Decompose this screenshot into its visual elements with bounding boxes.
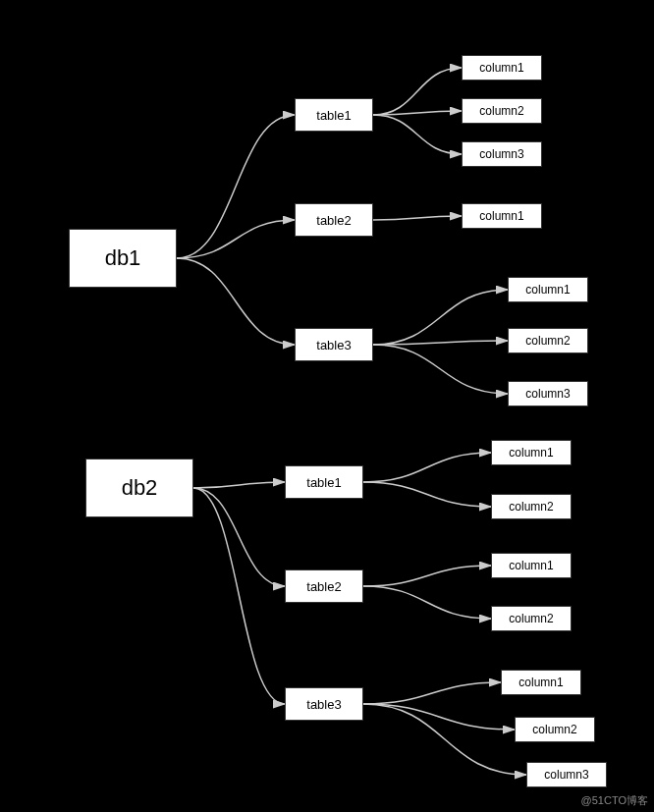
column-node-db1-table3-column3: column3 [508, 381, 588, 406]
column-node-db2-table3-column3: column3 [526, 762, 607, 787]
db-node-db1: db1 [69, 229, 177, 288]
column-node-db1-table3-column2: column2 [508, 328, 588, 353]
watermark: @51CTO博客 [581, 793, 648, 808]
column-node-db2-table2-column2: column2 [491, 606, 572, 631]
table-node-db1-table1: table1 [295, 98, 373, 132]
db-node-db2: db2 [85, 459, 193, 517]
column-node-db1-table2-column1: column1 [462, 203, 542, 229]
table-node-db1-table2: table2 [295, 203, 373, 237]
column-node-db1-table1-column3: column3 [462, 141, 542, 167]
table-node-db2-table2: table2 [285, 569, 363, 603]
column-node-db2-table3-column1: column1 [501, 670, 581, 695]
column-node-db2-table2-column1: column1 [491, 553, 572, 578]
table-node-db2-table3: table3 [285, 687, 363, 721]
column-node-db1-table3-column1: column1 [508, 277, 588, 302]
column-node-db1-table1-column2: column2 [462, 98, 542, 124]
table-node-db1-table3: table3 [295, 328, 373, 361]
column-node-db2-table3-column2: column2 [515, 717, 595, 742]
column-node-db2-table1-column2: column2 [491, 494, 572, 519]
table-node-db2-table1: table1 [285, 465, 363, 499]
column-node-db2-table1-column1: column1 [491, 440, 572, 465]
column-node-db1-table1-column1: column1 [462, 55, 542, 81]
